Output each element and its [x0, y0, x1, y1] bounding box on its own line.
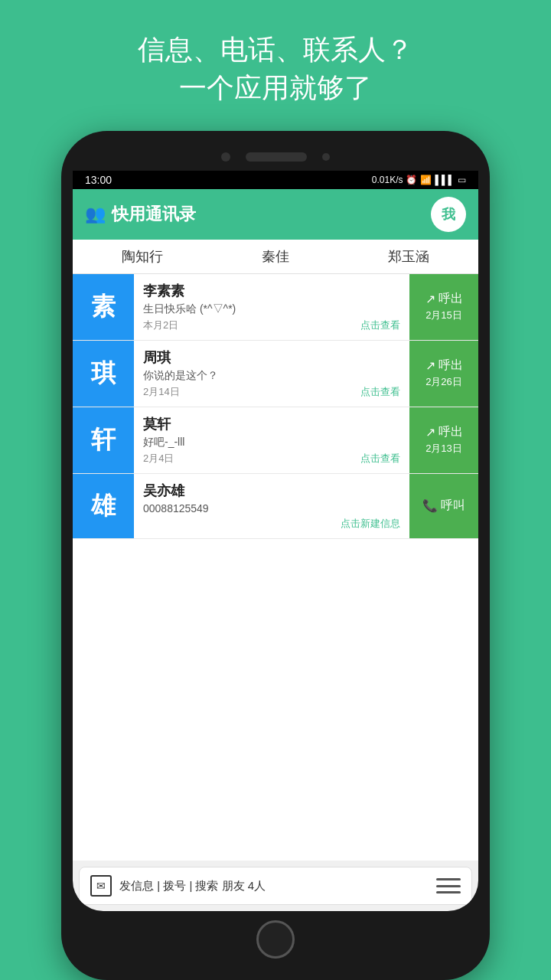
- call-out-icon-xuan: ↗ 呼出: [425, 424, 463, 440]
- contact-action-su[interactable]: 点击查看: [360, 318, 400, 332]
- contact-message-xuan: 好吧-_-lll: [143, 436, 400, 449]
- screen: 👥 快用通讯录 我 陶知行 秦佳 郑玉涵 素 李素素 生日快乐哈 (*^▽^*)…: [73, 189, 478, 911]
- contact-date-xuan: 2月4日: [143, 452, 174, 466]
- app-header: 👥 快用通讯录 我: [73, 189, 478, 240]
- app-logo-icon: 👥: [85, 204, 106, 224]
- call-button-su[interactable]: ↗ 呼出 2月15日: [409, 274, 478, 340]
- alarm-icon: ⏰: [406, 175, 417, 185]
- contact-date-qi: 2月14日: [143, 385, 180, 399]
- app-title-area: 👥 快用通讯录: [85, 203, 196, 226]
- contact-meta-xuan: 2月4日 点击查看: [143, 452, 400, 466]
- wifi-icon: 📶: [420, 175, 432, 185]
- contact-row[interactable]: 雄 吴亦雄 00088125549 点击新建信息 📞 呼叫: [73, 474, 478, 539]
- phone-frame: 13:00 0.01K/s ⏰ 📶 ▌▌▌ ▭ 👥 快用通讯录 我 陶知行 秦佳…: [61, 131, 490, 980]
- contact-message-qi: 你说的是这个？: [143, 369, 400, 383]
- network-speed: 0.01K/s: [372, 175, 403, 185]
- contact-avatar-qi: 琪: [73, 341, 134, 407]
- home-button[interactable]: [256, 920, 295, 959]
- contact-action-xuan[interactable]: 点击查看: [360, 452, 400, 466]
- tab-qin[interactable]: 秦佳: [262, 247, 289, 266]
- contact-meta-qi: 2月14日 点击查看: [143, 385, 400, 399]
- contact-info-xiong: 吴亦雄 00088125549 点击新建信息: [134, 474, 409, 538]
- contact-info-qi: 周琪 你说的是这个？ 2月14日 点击查看: [134, 341, 409, 407]
- status-time: 13:00: [85, 174, 112, 186]
- tabs-row: 陶知行 秦佳 郑玉涵: [73, 240, 478, 274]
- call-date-su: 2月15日: [425, 309, 462, 322]
- contact-info-su: 李素素 生日快乐哈 (*^▽^*) 本月2日 点击查看: [134, 274, 409, 340]
- menu-line-1: [436, 878, 461, 880]
- bottom-bar: ✉ 发信息 | 拨号 | 搜索 朋友 4人: [79, 867, 472, 905]
- contact-date-su: 本月2日: [143, 318, 178, 332]
- earpiece: [246, 152, 307, 162]
- sensor: [322, 153, 330, 161]
- me-button[interactable]: 我: [431, 197, 466, 232]
- signal-icon: ▌▌▌: [435, 175, 455, 185]
- contact-info-xuan: 莫轩 好吧-_-lll 2月4日 点击查看: [134, 407, 409, 473]
- contact-row[interactable]: 琪 周琪 你说的是这个？ 2月14日 点击查看 ↗ 呼出 2月26日: [73, 341, 478, 407]
- contact-action-qi[interactable]: 点击查看: [360, 385, 400, 399]
- tab-zheng[interactable]: 郑玉涵: [388, 247, 429, 266]
- contact-row[interactable]: 素 李素素 生日快乐哈 (*^▽^*) 本月2日 点击查看 ↗ 呼出 2月15日: [73, 274, 478, 341]
- contact-meta-xiong: 点击新建信息: [143, 517, 400, 531]
- contact-phone-xiong: 00088125549: [143, 502, 400, 514]
- battery-icon: ▭: [458, 175, 466, 185]
- bottom-bar-actions: ✉ 发信息 | 拨号 | 搜索 朋友 4人: [90, 875, 266, 897]
- call-button-xiong[interactable]: 📞 呼叫: [409, 474, 478, 538]
- app-title: 快用通讯录: [112, 203, 196, 226]
- contact-name-su: 李素素: [143, 282, 400, 300]
- tab-tao[interactable]: 陶知行: [122, 247, 163, 266]
- call-button-qi[interactable]: ↗ 呼出 2月26日: [409, 341, 478, 407]
- contact-name-xuan: 莫轩: [143, 415, 400, 433]
- call-out-icon-su: ↗ 呼出: [425, 291, 463, 307]
- status-icons: 0.01K/s ⏰ 📶 ▌▌▌ ▭: [372, 175, 466, 185]
- call-out-icon-qi: ↗ 呼出: [425, 358, 463, 374]
- contact-avatar-su: 素: [73, 274, 134, 340]
- contact-message-su: 生日快乐哈 (*^▽^*): [143, 302, 400, 316]
- phone-top-sensors: [73, 146, 478, 171]
- contact-list: 素 李素素 生日快乐哈 (*^▽^*) 本月2日 点击查看 ↗ 呼出 2月15日…: [73, 274, 478, 861]
- call-date-qi: 2月26日: [425, 375, 462, 389]
- contact-meta-su: 本月2日 点击查看: [143, 318, 400, 332]
- compose-icon: ✉: [90, 875, 112, 897]
- contact-action-xiong[interactable]: 点击新建信息: [341, 517, 400, 531]
- contact-name-qi: 周琪: [143, 348, 400, 367]
- contact-row[interactable]: 轩 莫轩 好吧-_-lll 2月4日 点击查看 ↗ 呼出 2月13日: [73, 407, 478, 474]
- call-button-xuan[interactable]: ↗ 呼出 2月13日: [409, 407, 478, 473]
- contact-avatar-xuan: 轩: [73, 407, 134, 473]
- menu-line-3: [436, 891, 461, 893]
- app-tagline: 信息、电话、联系人？ 一个应用就够了: [122, 0, 429, 131]
- contact-name-xiong: 吴亦雄: [143, 482, 400, 500]
- contact-avatar-xiong: 雄: [73, 474, 134, 538]
- status-bar: 13:00 0.01K/s ⏰ 📶 ▌▌▌ ▭: [73, 171, 478, 189]
- front-camera: [221, 152, 230, 162]
- call-date-xuan: 2月13日: [425, 442, 462, 456]
- menu-line-2: [436, 885, 461, 887]
- call-icon-xiong: 📞 呼叫: [422, 498, 465, 514]
- bottom-bar-text[interactable]: 发信息 | 拨号 | 搜索 朋友 4人: [119, 879, 266, 893]
- menu-icon[interactable]: [436, 875, 461, 897]
- phone-bottom: [73, 911, 478, 965]
